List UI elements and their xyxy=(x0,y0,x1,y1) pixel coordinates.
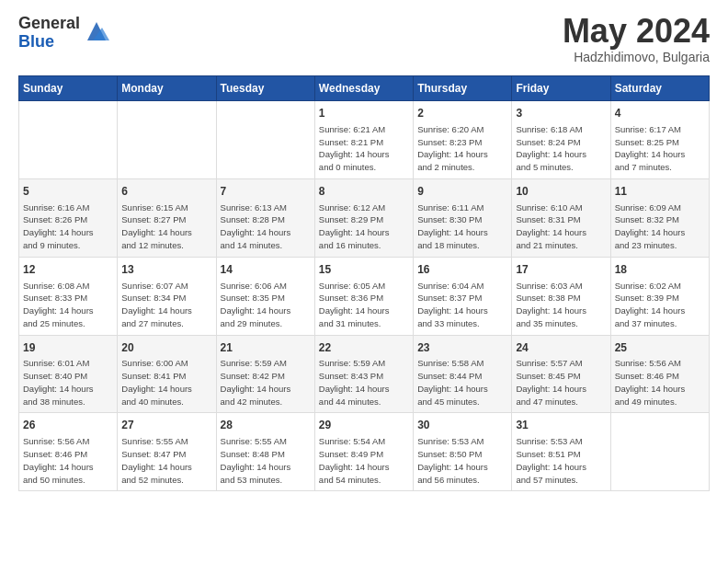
calendar-cell: 6Sunrise: 6:15 AMSunset: 8:27 PMDaylight… xyxy=(118,178,216,257)
calendar-week-3: 12Sunrise: 6:08 AMSunset: 8:33 PMDayligh… xyxy=(19,257,710,335)
day-info: Sunrise: 5:58 AMSunset: 8:44 PMDaylight:… xyxy=(417,357,507,408)
day-info: Sunrise: 6:09 AMSunset: 8:32 PMDaylight:… xyxy=(615,201,705,252)
page: General Blue May 2024 Hadzhidimovo, Bulg… xyxy=(0,0,728,500)
day-info: Sunrise: 5:59 AMSunset: 8:42 PMDaylight:… xyxy=(221,357,311,408)
day-number: 10 xyxy=(516,184,606,200)
day-number: 18 xyxy=(615,262,705,278)
calendar-cell: 23Sunrise: 5:58 AMSunset: 8:44 PMDayligh… xyxy=(414,335,512,413)
day-number: 2 xyxy=(417,106,507,121)
day-number: 29 xyxy=(319,418,409,433)
day-number: 3 xyxy=(516,106,606,121)
day-info: Sunrise: 6:03 AMSunset: 8:38 PMDaylight:… xyxy=(516,280,606,330)
calendar-cell: 5Sunrise: 6:16 AMSunset: 8:26 PMDaylight… xyxy=(19,178,118,257)
calendar-cell xyxy=(216,101,314,179)
day-number: 26 xyxy=(23,418,113,433)
calendar-cell: 12Sunrise: 6:08 AMSunset: 8:33 PMDayligh… xyxy=(19,257,118,335)
calendar-cell xyxy=(19,101,118,179)
day-number: 24 xyxy=(516,340,606,356)
day-info: Sunrise: 5:54 AMSunset: 8:49 PMDaylight:… xyxy=(319,435,409,486)
day-info: Sunrise: 5:56 AMSunset: 8:46 PMDaylight:… xyxy=(615,357,705,408)
day-info: Sunrise: 6:01 AMSunset: 8:40 PMDaylight:… xyxy=(23,357,113,408)
calendar-week-5: 26Sunrise: 5:56 AMSunset: 8:46 PMDayligh… xyxy=(19,413,710,491)
calendar-cell: 15Sunrise: 6:05 AMSunset: 8:36 PMDayligh… xyxy=(314,257,413,335)
weekday-header-tuesday: Tuesday xyxy=(216,76,314,101)
calendar-cell: 28Sunrise: 5:55 AMSunset: 8:48 PMDayligh… xyxy=(216,413,314,491)
day-info: Sunrise: 6:12 AMSunset: 8:29 PMDaylight:… xyxy=(319,201,409,252)
weekday-header-sunday: Sunday xyxy=(19,76,118,101)
calendar-cell: 19Sunrise: 6:01 AMSunset: 8:40 PMDayligh… xyxy=(19,335,118,413)
day-info: Sunrise: 5:55 AMSunset: 8:48 PMDaylight:… xyxy=(221,435,311,486)
calendar-cell: 1Sunrise: 6:21 AMSunset: 8:21 PMDaylight… xyxy=(314,101,413,179)
day-number: 21 xyxy=(221,340,311,356)
weekday-header-wednesday: Wednesday xyxy=(314,76,413,101)
day-info: Sunrise: 6:10 AMSunset: 8:31 PMDaylight:… xyxy=(516,201,606,252)
day-number: 13 xyxy=(121,262,211,278)
calendar-cell: 8Sunrise: 6:12 AMSunset: 8:29 PMDaylight… xyxy=(314,178,413,257)
weekday-header-saturday: Saturday xyxy=(610,76,709,101)
logo-text: General Blue xyxy=(18,15,80,52)
day-number: 30 xyxy=(417,418,507,433)
day-number: 6 xyxy=(121,184,211,200)
day-number: 17 xyxy=(516,262,606,278)
weekday-header-row: SundayMondayTuesdayWednesdayThursdayFrid… xyxy=(19,76,710,101)
day-info: Sunrise: 5:53 AMSunset: 8:50 PMDaylight:… xyxy=(417,435,507,486)
calendar-week-4: 19Sunrise: 6:01 AMSunset: 8:40 PMDayligh… xyxy=(19,335,710,413)
calendar-cell: 13Sunrise: 6:07 AMSunset: 8:34 PMDayligh… xyxy=(118,257,216,335)
day-info: Sunrise: 6:18 AMSunset: 8:24 PMDaylight:… xyxy=(516,123,606,174)
day-info: Sunrise: 5:57 AMSunset: 8:45 PMDaylight:… xyxy=(516,357,606,408)
day-number: 23 xyxy=(417,340,507,356)
day-info: Sunrise: 6:17 AMSunset: 8:25 PMDaylight:… xyxy=(615,123,705,174)
calendar-header: SundayMondayTuesdayWednesdayThursdayFrid… xyxy=(19,76,710,101)
day-info: Sunrise: 6:06 AMSunset: 8:35 PMDaylight:… xyxy=(221,280,311,330)
weekday-header-thursday: Thursday xyxy=(414,76,512,101)
calendar-cell: 17Sunrise: 6:03 AMSunset: 8:38 PMDayligh… xyxy=(512,257,610,335)
day-number: 27 xyxy=(121,418,211,433)
day-info: Sunrise: 6:07 AMSunset: 8:34 PMDaylight:… xyxy=(121,280,211,330)
day-info: Sunrise: 6:04 AMSunset: 8:37 PMDaylight:… xyxy=(417,280,507,330)
logo-general: General xyxy=(18,15,80,33)
calendar-cell: 14Sunrise: 6:06 AMSunset: 8:35 PMDayligh… xyxy=(216,257,314,335)
day-number: 22 xyxy=(319,340,409,356)
day-info: Sunrise: 6:11 AMSunset: 8:30 PMDaylight:… xyxy=(417,201,507,252)
calendar-cell: 25Sunrise: 5:56 AMSunset: 8:46 PMDayligh… xyxy=(610,335,709,413)
location: Hadzhidimovo, Bulgaria xyxy=(563,50,710,64)
day-number: 5 xyxy=(23,184,113,200)
day-info: Sunrise: 6:13 AMSunset: 8:28 PMDaylight:… xyxy=(221,201,311,252)
month-year: May 2024 xyxy=(563,15,710,48)
day-number: 8 xyxy=(319,184,409,200)
calendar-cell: 24Sunrise: 5:57 AMSunset: 8:45 PMDayligh… xyxy=(512,335,610,413)
weekday-header-friday: Friday xyxy=(512,76,610,101)
calendar-cell: 26Sunrise: 5:56 AMSunset: 8:46 PMDayligh… xyxy=(19,413,118,491)
weekday-header-monday: Monday xyxy=(118,76,216,101)
day-info: Sunrise: 5:55 AMSunset: 8:47 PMDaylight:… xyxy=(121,435,211,486)
calendar-cell: 3Sunrise: 6:18 AMSunset: 8:24 PMDaylight… xyxy=(512,101,610,179)
day-number: 9 xyxy=(417,184,507,200)
logo-icon xyxy=(84,18,109,44)
calendar-cell: 2Sunrise: 6:20 AMSunset: 8:23 PMDaylight… xyxy=(414,101,512,179)
day-info: Sunrise: 6:05 AMSunset: 8:36 PMDaylight:… xyxy=(319,280,409,330)
calendar-cell: 31Sunrise: 5:53 AMSunset: 8:51 PMDayligh… xyxy=(512,413,610,491)
day-number: 28 xyxy=(221,418,311,433)
calendar-cell xyxy=(610,413,709,491)
calendar-cell: 30Sunrise: 5:53 AMSunset: 8:50 PMDayligh… xyxy=(414,413,512,491)
day-info: Sunrise: 5:56 AMSunset: 8:46 PMDaylight:… xyxy=(23,435,113,486)
day-info: Sunrise: 6:16 AMSunset: 8:26 PMDaylight:… xyxy=(23,201,113,252)
day-number: 4 xyxy=(615,106,705,121)
calendar-cell: 11Sunrise: 6:09 AMSunset: 8:32 PMDayligh… xyxy=(610,178,709,257)
calendar-cell: 20Sunrise: 6:00 AMSunset: 8:41 PMDayligh… xyxy=(118,335,216,413)
calendar-cell xyxy=(118,101,216,179)
day-info: Sunrise: 6:08 AMSunset: 8:33 PMDaylight:… xyxy=(23,280,113,330)
calendar-cell: 27Sunrise: 5:55 AMSunset: 8:47 PMDayligh… xyxy=(118,413,216,491)
day-number: 15 xyxy=(319,262,409,278)
calendar-cell: 16Sunrise: 6:04 AMSunset: 8:37 PMDayligh… xyxy=(414,257,512,335)
day-info: Sunrise: 5:59 AMSunset: 8:43 PMDaylight:… xyxy=(319,357,409,408)
day-info: Sunrise: 6:20 AMSunset: 8:23 PMDaylight:… xyxy=(417,123,507,174)
logo: General Blue xyxy=(18,15,109,52)
day-number: 20 xyxy=(121,340,211,356)
calendar-week-2: 5Sunrise: 6:16 AMSunset: 8:26 PMDaylight… xyxy=(19,178,710,257)
day-number: 16 xyxy=(417,262,507,278)
day-info: Sunrise: 5:53 AMSunset: 8:51 PMDaylight:… xyxy=(516,435,606,486)
day-number: 25 xyxy=(615,340,705,356)
calendar-cell: 4Sunrise: 6:17 AMSunset: 8:25 PMDaylight… xyxy=(610,101,709,179)
day-number: 1 xyxy=(319,106,409,121)
